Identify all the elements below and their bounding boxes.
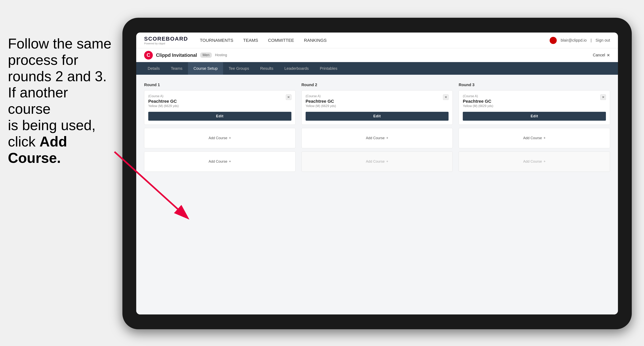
rounds-grid: Round 1 (Course A) Peachtree GC Yellow (… bbox=[144, 83, 610, 175]
cancel-button[interactable]: Cancel ✕ bbox=[593, 53, 610, 58]
nav-committee[interactable]: COMMITTEE bbox=[268, 38, 294, 43]
course-name: Peachtree GC bbox=[148, 99, 179, 104]
tablet-screen: SCOREBOARD Powered by clippd TOURNAMENTS… bbox=[136, 32, 618, 315]
card-header: (Course A) Peachtree GC Yellow (M) (6629… bbox=[148, 94, 292, 111]
tab-navigation: Details Teams Course Setup Tee Groups Re… bbox=[136, 62, 618, 75]
instruction-text: Follow the same process for rounds 2 and… bbox=[0, 35, 122, 166]
tab-details[interactable]: Details bbox=[142, 62, 165, 75]
plus-icon-2: + bbox=[229, 160, 231, 164]
plus-icon-r3: + bbox=[544, 136, 546, 140]
tab-teams[interactable]: Teams bbox=[165, 62, 188, 75]
plus-icon: + bbox=[229, 136, 231, 140]
plus-icon-r2: + bbox=[386, 136, 388, 140]
course-details: Yellow (M) (6629 yds) bbox=[148, 104, 179, 108]
round-3-title: Round 3 bbox=[458, 83, 610, 87]
user-avatar bbox=[550, 37, 557, 44]
top-nav: SCOREBOARD Powered by clippd TOURNAMENTS… bbox=[136, 32, 618, 48]
nav-teams[interactable]: TEAMS bbox=[243, 38, 258, 43]
round-2-add-course-2: Add Course + bbox=[302, 152, 453, 172]
brand-logo: C bbox=[144, 51, 153, 60]
course-info-r3: (Course A) Peachtree GC Yellow (M) (6629… bbox=[463, 94, 493, 111]
tournament-title: Clippd Invitational bbox=[156, 52, 197, 58]
plus-icon-r3-2: + bbox=[544, 160, 546, 164]
edit-course-button[interactable]: Edit bbox=[148, 112, 292, 121]
sub-header: C Clippd Invitational Men Hosting Cancel… bbox=[136, 48, 618, 62]
logo-main-text: SCOREBOARD bbox=[144, 36, 188, 42]
user-email: blair@clippd.io bbox=[561, 38, 586, 43]
course-name-r3: Peachtree GC bbox=[463, 99, 493, 104]
edit-course-button-r2[interactable]: Edit bbox=[306, 112, 449, 121]
card-header-r3: (Course A) Peachtree GC Yellow (M) (6629… bbox=[463, 94, 606, 111]
nav-left: SCOREBOARD Powered by clippd TOURNAMENTS… bbox=[144, 36, 326, 45]
card-header-r2: (Course A) Peachtree GC Yellow (M) (6629… bbox=[306, 94, 449, 111]
main-content: Round 1 (Course A) Peachtree GC Yellow (… bbox=[136, 75, 618, 315]
nav-right: blair@clippd.io | Sign out bbox=[550, 37, 610, 44]
add-course-text-r3-2: Add Course + bbox=[523, 160, 546, 164]
sign-out-link[interactable]: Sign out bbox=[596, 38, 610, 43]
round-2-column: Round 2 (Course A) Peachtree GC Yellow (… bbox=[302, 83, 453, 175]
round-1-add-course-2[interactable]: Add Course + bbox=[144, 152, 296, 172]
add-course-text-r2-2: Add Course + bbox=[366, 160, 388, 164]
tab-results[interactable]: Results bbox=[255, 62, 279, 75]
delete-course-button-r2[interactable]: ✕ bbox=[443, 94, 448, 100]
sub-header-left: C Clippd Invitational Men Hosting bbox=[144, 51, 227, 60]
round-2-title: Round 2 bbox=[302, 83, 453, 87]
round-3-add-course-2: Add Course + bbox=[458, 152, 610, 172]
add-course-text-r2: Add Course + bbox=[366, 136, 388, 140]
round-1-add-course-1[interactable]: Add Course + bbox=[144, 128, 296, 148]
tab-printables[interactable]: Printables bbox=[314, 62, 343, 75]
scoreboard-logo: SCOREBOARD Powered by clippd bbox=[144, 36, 188, 45]
tournament-badge: Men bbox=[200, 52, 212, 58]
tab-course-setup[interactable]: Course Setup bbox=[188, 62, 223, 75]
delete-course-button-r3[interactable]: ✕ bbox=[600, 94, 606, 100]
tab-leaderboards[interactable]: Leaderboards bbox=[279, 62, 314, 75]
logo-sub-text: Powered by clippd bbox=[144, 42, 188, 45]
course-info: (Course A) Peachtree GC Yellow (M) (6629… bbox=[148, 94, 179, 111]
course-name-r2: Peachtree GC bbox=[306, 99, 336, 104]
round-3-course-card: (Course A) Peachtree GC Yellow (M) (6629… bbox=[458, 90, 610, 125]
tab-tee-groups[interactable]: Tee Groups bbox=[223, 62, 254, 75]
plus-icon-r2-2: + bbox=[386, 160, 388, 164]
round-2-add-course-1[interactable]: Add Course + bbox=[302, 128, 453, 148]
course-info-r2: (Course A) Peachtree GC Yellow (M) (6629… bbox=[306, 94, 336, 111]
round-1-column: Round 1 (Course A) Peachtree GC Yellow (… bbox=[144, 83, 296, 175]
add-course-text-2: Add Course + bbox=[209, 160, 231, 164]
round-3-column: Round 3 (Course A) Peachtree GC Yellow (… bbox=[458, 83, 610, 175]
delete-course-button[interactable]: ✕ bbox=[286, 94, 292, 100]
add-course-text: Add Course + bbox=[209, 136, 231, 140]
edit-course-button-r3[interactable]: Edit bbox=[463, 112, 606, 121]
hosting-label: Hosting bbox=[215, 53, 227, 57]
round-3-add-course-1[interactable]: Add Course + bbox=[458, 128, 610, 148]
nav-tournaments[interactable]: TOURNAMENTS bbox=[200, 38, 233, 43]
course-a-label-r3: (Course A) bbox=[463, 94, 493, 98]
round-2-course-card: (Course A) Peachtree GC Yellow (M) (6629… bbox=[302, 90, 453, 125]
tablet-device: SCOREBOARD Powered by clippd TOURNAMENTS… bbox=[122, 18, 632, 329]
nav-rankings[interactable]: RANKINGS bbox=[304, 38, 327, 43]
course-details-r3: Yellow (M) (6629 yds) bbox=[463, 104, 493, 108]
course-a-label-r2: (Course A) bbox=[306, 94, 336, 98]
course-a-label: (Course A) bbox=[148, 94, 179, 98]
top-nav-links: TOURNAMENTS TEAMS COMMITTEE RANKINGS bbox=[200, 38, 326, 43]
round-1-course-card: (Course A) Peachtree GC Yellow (M) (6629… bbox=[144, 90, 296, 125]
add-course-text-r3: Add Course + bbox=[523, 136, 546, 140]
course-details-r2: Yellow (M) (6629 yds) bbox=[306, 104, 336, 108]
pipe-separator: | bbox=[590, 38, 592, 43]
round-1-title: Round 1 bbox=[144, 83, 296, 87]
close-icon: ✕ bbox=[607, 53, 610, 58]
